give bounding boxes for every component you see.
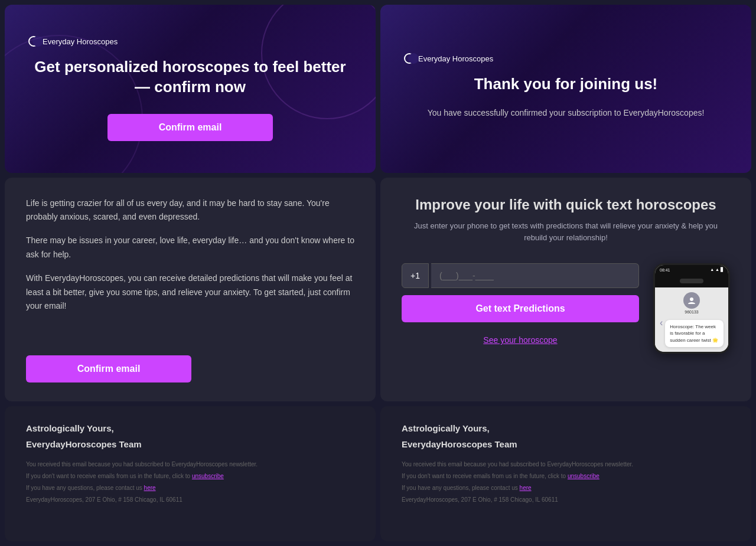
left-footer-small1: You received this email because you had … — [26, 459, 354, 470]
phone-sender: 960133 — [685, 310, 698, 314]
brand-logo-right-top: Everyday Horoscopes — [404, 53, 493, 64]
left-sig-line2: EverydayHoroscopes Team — [26, 436, 354, 452]
right-sig-line2: EverydayHoroscopes Team — [402, 436, 730, 452]
body-para1: Life is getting crazier for all of us ev… — [26, 197, 354, 225]
confirm-email-button-middle[interactable]: Confirm email — [26, 355, 191, 382]
right-sig-line1: Astrologically Yours, — [402, 420, 730, 436]
phone-content: 960133 ‹ Horoscope: The week is favorabl… — [655, 287, 728, 352]
right-footer-signature: Astrologically Yours, EverydayHoroscopes… — [402, 420, 730, 452]
get-text-predictions-button[interactable]: Get text Predictions — [402, 295, 639, 322]
phone-time: 08:41 — [660, 268, 670, 272]
brand-name-right-top: Everyday Horoscopes — [418, 54, 493, 63]
right-middle-card: Improve your life with quick text horosc… — [380, 178, 751, 402]
country-code: +1 — [402, 263, 429, 288]
phone-mockup: 08:41 ▲ ▲ ▊ 960133 ‹ — [653, 263, 730, 354]
body-para3: With EverydayHoroscopes, you can receive… — [26, 272, 354, 313]
left-footer-small3: If you have any questions, please contac… — [26, 483, 354, 493]
body-para2: There may be issues in your career, love… — [26, 234, 354, 262]
phone-section: +1 Get text Predictions See your horosco… — [402, 263, 730, 354]
left-footer-signature: Astrologically Yours, EverydayHoroscopes… — [26, 420, 354, 452]
thankyou-title: Thank you for joining us! — [474, 74, 658, 94]
phone-notch-bar — [680, 279, 703, 283]
right-footer-small1: You received this email because you had … — [402, 459, 730, 470]
moon-icon — [28, 36, 39, 47]
left-top-title: Get personalized horoscopes to feel bett… — [28, 57, 352, 97]
left-here-link[interactable]: here — [144, 485, 156, 491]
phone-signal-icons: ▲ ▲ ▊ — [710, 267, 724, 272]
right-footer-small2: If you don't want to receive emails from… — [402, 471, 730, 482]
left-middle-card: Life is getting crazier for all of us ev… — [5, 178, 376, 402]
svg-point-0 — [690, 297, 693, 301]
phone-chat-header: 960133 — [660, 292, 724, 314]
right-footer-small3: If you have any questions, please contac… — [402, 483, 730, 493]
phone-input-area: +1 Get text Predictions See your horosco… — [402, 263, 639, 345]
left-sig-line1: Astrologically Yours, — [26, 420, 354, 436]
thankyou-subtitle: You have successfully confirmed your sub… — [428, 106, 705, 119]
phone-avatar — [683, 292, 700, 309]
right-here-link[interactable]: here — [520, 485, 532, 491]
phone-message-bubble: Horoscope: The week is favorable for a s… — [665, 320, 724, 347]
left-footer-card: Astrologically Yours, EverydayHoroscopes… — [5, 406, 376, 541]
phone-notch — [655, 274, 728, 287]
left-footer-small2: If you don't want to receive emails from… — [26, 471, 354, 482]
brand-name-left-top: Everyday Horoscopes — [43, 37, 118, 46]
phone-input[interactable] — [431, 263, 639, 288]
see-horoscope-link[interactable]: See your horoscope — [402, 335, 639, 345]
left-body-text-area: Life is getting crazier for all of us ev… — [26, 197, 354, 323]
phone-input-row: +1 — [402, 263, 639, 288]
horoscope-title: Improve your life with quick text horosc… — [415, 197, 716, 213]
right-footer-address: EverydayHoroscopes, 207 E Ohio, # 158 Ch… — [402, 495, 730, 505]
right-top-card: Everyday Horoscopes Thank you for joinin… — [380, 5, 751, 173]
left-top-card: Everyday Horoscopes Get personalized hor… — [5, 5, 376, 173]
left-footer-address: EverydayHoroscopes, 207 E Ohio, # 158 Ch… — [26, 495, 354, 505]
horoscope-subtitle: Just enter your phone to get texts with … — [402, 220, 730, 245]
right-footer-card: Astrologically Yours, EverydayHoroscopes… — [380, 406, 751, 541]
moon-icon-right — [404, 53, 415, 64]
phone-back-arrow: ‹ — [660, 318, 663, 328]
confirm-email-button-top[interactable]: Confirm email — [107, 114, 273, 141]
left-unsubscribe-link[interactable]: unsubscribe — [192, 473, 224, 479]
right-unsubscribe-link[interactable]: unsubscribe — [568, 473, 599, 479]
brand-logo-left-top: Everyday Horoscopes — [28, 36, 118, 47]
phone-status-bar: 08:41 ▲ ▲ ▊ — [655, 265, 728, 274]
